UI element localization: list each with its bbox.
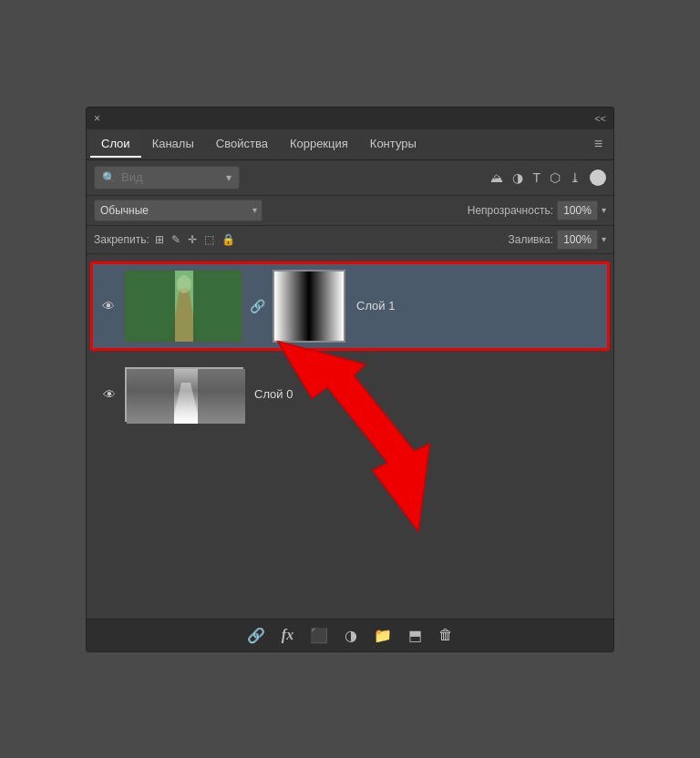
- svg-point-4: [177, 275, 191, 293]
- fx-button[interactable]: fx: [282, 627, 293, 643]
- layer1-name: Слой 1: [356, 299, 395, 312]
- layer1-thumbnail: [124, 270, 242, 343]
- color-circle[interactable]: [590, 169, 606, 186]
- eye-icon-layer1[interactable]: 👁: [100, 299, 117, 313]
- toolbar-icons: ⛰ ◑ T ⬡ ⤓: [490, 169, 606, 186]
- opacity-chevron-icon[interactable]: ▾: [602, 205, 606, 215]
- tab-correction[interactable]: Коррекция: [279, 131, 359, 158]
- text-icon[interactable]: T: [532, 170, 540, 185]
- new-group-button[interactable]: 📁: [374, 627, 392, 644]
- lock-label: Закрепить:: [94, 233, 149, 246]
- fill-input[interactable]: [557, 230, 598, 250]
- chain-icon-layer1: 🔗: [250, 299, 265, 313]
- collapse-button[interactable]: <<: [594, 113, 606, 124]
- opacity-input[interactable]: [557, 200, 598, 220]
- toolbar-row-3: Закрепить: ⊞ ✎ ✛ ⬚ 🔒 Заливка: ▾: [87, 226, 613, 254]
- transform-icon[interactable]: ⬡: [550, 170, 561, 185]
- lock-all-icon[interactable]: 🔒: [221, 233, 235, 246]
- blend-mode-select[interactable]: Обычные: [94, 200, 262, 221]
- search-box[interactable]: 🔍 ▾: [94, 166, 240, 190]
- blend-mode-select-wrap: Обычные ▾: [94, 200, 262, 221]
- title-bar: × <<: [87, 108, 613, 129]
- lock-paint-icon[interactable]: ✎: [171, 233, 180, 246]
- layers-area: 👁 🔗: [87, 254, 613, 619]
- layer0-name: Слой 0: [254, 387, 293, 401]
- link-icon[interactable]: 🔗: [247, 627, 265, 644]
- fill-label: Заливка:: [508, 233, 553, 246]
- search-input[interactable]: [121, 170, 221, 184]
- svg-rect-3: [193, 271, 242, 343]
- svg-rect-9: [198, 369, 245, 424]
- layer1-mask-thumbnail: [273, 270, 345, 343]
- lock-move-icon[interactable]: ✛: [188, 233, 197, 246]
- image-icon[interactable]: ⛰: [490, 170, 503, 185]
- lock-artboard-icon[interactable]: ⬚: [204, 233, 214, 246]
- adjustment-button[interactable]: ◑: [345, 627, 357, 644]
- tab-channels[interactable]: Каналы: [141, 131, 205, 158]
- panel-menu-button[interactable]: ≡: [587, 132, 610, 156]
- add-mask-button[interactable]: ⬛: [310, 627, 328, 644]
- tab-layers[interactable]: Слои: [90, 131, 141, 158]
- layers-panel: × << Слои Каналы Свойства Коррекция Конт…: [86, 107, 614, 652]
- opacity-group: Непрозрачность: ▾: [468, 200, 606, 220]
- close-button[interactable]: ×: [94, 112, 100, 125]
- delete-layer-button[interactable]: 🗑: [438, 627, 453, 643]
- circle-half-icon[interactable]: ◑: [512, 170, 523, 185]
- title-bar-left: ×: [94, 112, 100, 125]
- search-chevron-icon: ▾: [226, 171, 232, 184]
- opacity-label: Непрозрачность:: [468, 204, 553, 217]
- eye-icon-layer0[interactable]: 👁: [101, 387, 118, 402]
- tab-properties[interactable]: Свойства: [205, 131, 279, 158]
- tabs-bar: Слои Каналы Свойства Коррекция Контуры ≡: [87, 129, 613, 160]
- lock-pixels-icon[interactable]: ⊞: [155, 233, 164, 246]
- new-layer-button[interactable]: ⬒: [408, 627, 422, 644]
- toolbar-row-1: 🔍 ▾ ⛰ ◑ T ⬡ ⤓: [87, 160, 613, 196]
- lock-icons: ⊞ ✎ ✛ ⬚ 🔒: [155, 233, 235, 246]
- tab-contours[interactable]: Контуры: [359, 131, 427, 158]
- svg-rect-8: [127, 369, 174, 424]
- toolbar-row-2: Обычные ▾ Непрозрачность: ▾: [87, 196, 613, 226]
- fill-chevron-icon[interactable]: ▾: [602, 234, 606, 244]
- bottom-toolbar: 🔗 fx ⬛ ◑ 📁 ⬒ 🗑: [87, 619, 613, 651]
- search-icon: 🔍: [102, 171, 116, 184]
- smart-object-icon[interactable]: ⤓: [570, 170, 581, 185]
- fill-group: Заливка: ▾: [508, 230, 606, 250]
- svg-rect-2: [125, 271, 175, 343]
- layer-separator: [87, 354, 613, 360]
- layer0-thumbnail: [125, 367, 243, 422]
- layer-item[interactable]: 👁 🔗: [90, 261, 610, 351]
- layer-item[interactable]: 👁: [90, 362, 610, 427]
